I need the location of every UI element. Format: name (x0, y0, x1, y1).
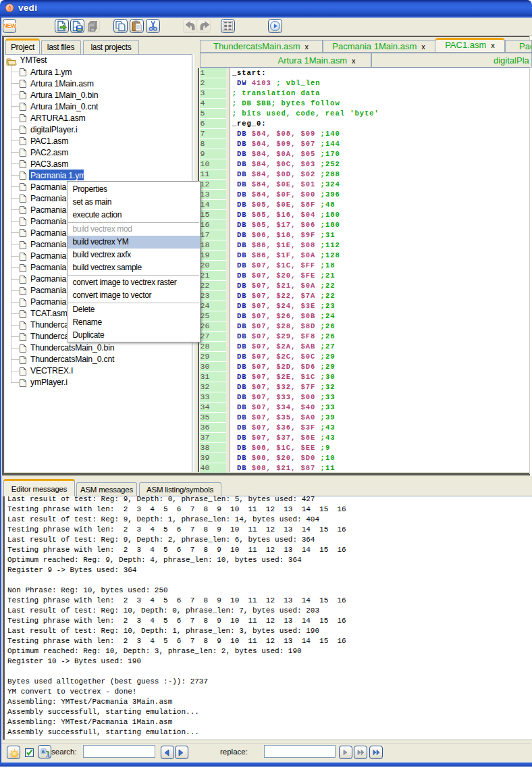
svg-text:A: A (45, 752, 50, 759)
